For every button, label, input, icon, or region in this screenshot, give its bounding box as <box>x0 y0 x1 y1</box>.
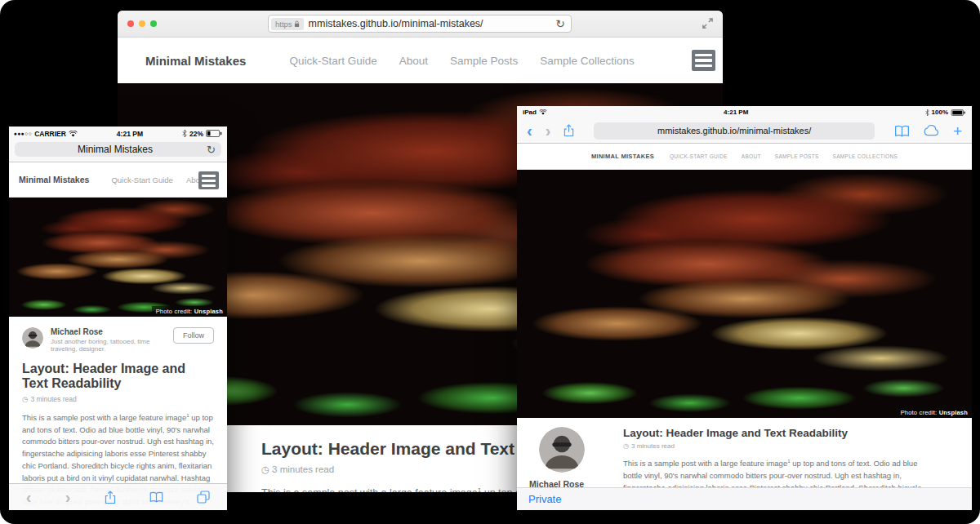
ipad-address-url: mmistakes.github.io/minimal-mistakes/ <box>657 126 811 135</box>
menu-hamburger-icon[interactable] <box>198 171 219 189</box>
clock-icon: ◷ <box>22 395 28 403</box>
battery-percent: 100% <box>932 109 948 116</box>
forward-icon[interactable]: › <box>546 122 551 139</box>
iphone-site-navbar: Minimal Mistakes Quick-Start Guide About <box>9 162 227 198</box>
read-time: ◷3 minutes read <box>623 442 936 450</box>
ipad-nav-links: QUICK-START GUIDE ABOUT SAMPLE POSTS SAM… <box>670 153 898 159</box>
clock-icon: ◷ <box>261 464 270 474</box>
iphone-bottom-toolbar: ‹ › <box>9 483 227 510</box>
page-title: Minimal Mistakes <box>15 144 201 155</box>
lock-icon <box>294 20 300 28</box>
desktop-site-navbar: Minimal Mistakes Quick-Start Guide About… <box>118 38 723 83</box>
author-row: Michael Rose Just another boring, tattoo… <box>22 327 214 353</box>
site-brand-link[interactable]: Minimal Mistakes <box>19 175 89 184</box>
reload-icon[interactable]: ↻ <box>207 144 216 155</box>
menu-hamburger-icon[interactable] <box>692 50 715 71</box>
bookmarks-icon[interactable] <box>894 125 910 137</box>
photo-credit: Photo credit: Unsplash <box>897 407 972 418</box>
back-icon[interactable]: ‹ <box>527 122 532 139</box>
https-label: https <box>275 20 292 29</box>
cell-signal-icon: ●●●○○ <box>14 131 32 136</box>
author-name: Michael Rose <box>529 479 615 487</box>
status-time: 4:21 PM <box>547 109 925 116</box>
author-text: Michael Rose Just another boring, tattoo… <box>51 327 173 353</box>
iphone-address-field[interactable]: Minimal Mistakes ↻ <box>15 142 221 157</box>
site-brand-link[interactable]: MINIMAL MISTAKES <box>591 153 654 160</box>
zoom-window-button[interactable] <box>150 20 157 27</box>
back-icon[interactable]: ‹ <box>26 489 32 505</box>
fullscreen-expand-icon[interactable] <box>702 17 714 33</box>
minimize-window-button[interactable] <box>139 20 145 27</box>
iphone-safari-window: ●●●○○ CARRIER 4:21 PM 22% Minimal Mistak… <box>9 127 227 510</box>
battery-icon <box>206 130 222 137</box>
nav-link-about[interactable]: ABOUT <box>742 153 761 159</box>
composite-background: https mmistakes.github.io/minimal-mistak… <box>0 0 980 524</box>
iphone-nav-links: Quick-Start Guide About <box>111 175 206 184</box>
https-badge: https <box>271 18 304 30</box>
desktop-address-bar[interactable]: https mmistakes.github.io/minimal-mistak… <box>268 15 572 33</box>
share-icon[interactable] <box>564 124 574 137</box>
site-brand-link[interactable]: Minimal Mistakes <box>145 54 246 68</box>
header-feature-image: Photo credit: Unsplash <box>9 198 227 317</box>
carrier-label: CARRIER <box>34 130 66 138</box>
author-avatar <box>22 327 43 349</box>
reload-icon[interactable]: ↻ <box>555 18 565 29</box>
share-icon[interactable] <box>105 491 116 504</box>
desktop-nav-links: Quick-Start Guide About Sample Posts Sam… <box>289 55 634 67</box>
ipad-address-field[interactable]: mmistakes.github.io/minimal-mistakes/ <box>594 122 875 140</box>
nav-link-sample-collections[interactable]: SAMPLE COLLECTIONS <box>833 153 898 159</box>
article-title: Layout: Header Image and Text Readabilit… <box>623 427 936 439</box>
bookmarks-icon[interactable] <box>149 491 163 503</box>
article-main: Layout: Header Image and Text Readabilit… <box>615 427 936 487</box>
ipad-safari-window: iPad 4:21 PM 100% ‹ › <box>517 106 972 510</box>
author-sidebar: Michael Rose Just another boring, tattoo… <box>529 427 615 487</box>
status-time: 4:21 PM <box>78 130 182 138</box>
forward-icon[interactable]: › <box>65 489 71 505</box>
author-avatar <box>539 427 585 473</box>
ipad-article: Michael Rose Just another boring, tattoo… <box>517 418 972 487</box>
bluetooth-icon <box>182 130 187 137</box>
article-paragraph: This is a sample post with a large featu… <box>623 457 936 487</box>
author-name: Michael Rose <box>51 327 173 336</box>
nav-link-quick-start-guide[interactable]: QUICK-START GUIDE <box>670 153 728 159</box>
private-browsing-bar: Private <box>517 487 972 510</box>
ipad-browser-toolbar: ‹ › mmistakes.github.io/minimal-mistakes… <box>517 118 972 144</box>
private-button[interactable]: Private <box>528 493 561 505</box>
wifi-icon <box>69 131 78 137</box>
new-tab-icon[interactable]: + <box>953 123 962 139</box>
iphone-url-bar: Minimal Mistakes ↻ <box>9 140 227 162</box>
battery-icon <box>951 109 966 116</box>
nav-link-about[interactable]: About <box>399 55 428 67</box>
iphone-article: Michael Rose Just another boring, tattoo… <box>9 317 227 510</box>
author-bio: Just another boring, tattooed, time trav… <box>51 338 173 353</box>
nav-link-sample-posts[interactable]: Sample Posts <box>450 55 518 67</box>
article-title: Layout: Header Image and Text Readabilit… <box>22 362 214 392</box>
nav-link-sample-posts[interactable]: SAMPLE POSTS <box>775 153 819 159</box>
wifi-icon <box>539 109 547 115</box>
desktop-browser-toolbar: https mmistakes.github.io/minimal-mistak… <box>118 11 723 38</box>
photo-credit: Photo credit: Unsplash <box>152 306 227 317</box>
nav-link-sample-collections[interactable]: Sample Collections <box>540 55 635 67</box>
nav-link-quick-start-guide[interactable]: Quick-Start Guide <box>289 55 376 67</box>
close-window-button[interactable] <box>127 20 134 27</box>
tabs-icon[interactable] <box>197 491 210 504</box>
read-time: ◷3 minutes read <box>22 395 214 403</box>
device-label: iPad <box>523 109 537 116</box>
ipad-status-bar: iPad 4:21 PM 100% <box>517 106 972 118</box>
nav-link-quick-start-guide[interactable]: Quick-Start Guide <box>111 175 173 184</box>
desktop-address-url: mmistakes.github.io/minimal-mistakes/ <box>309 18 550 29</box>
header-feature-image: Photo credit: Unsplash <box>517 170 972 418</box>
bluetooth-icon <box>925 109 929 116</box>
ipad-site-navbar: MINIMAL MISTAKES QUICK-START GUIDE ABOUT… <box>517 144 972 170</box>
follow-button[interactable]: Follow <box>173 327 214 344</box>
window-controls <box>127 20 157 27</box>
icloud-tabs-icon[interactable] <box>923 125 940 136</box>
clock-icon: ◷ <box>623 442 629 450</box>
battery-percent: 22% <box>189 130 203 138</box>
iphone-status-bar: ●●●○○ CARRIER 4:21 PM 22% <box>9 127 227 140</box>
